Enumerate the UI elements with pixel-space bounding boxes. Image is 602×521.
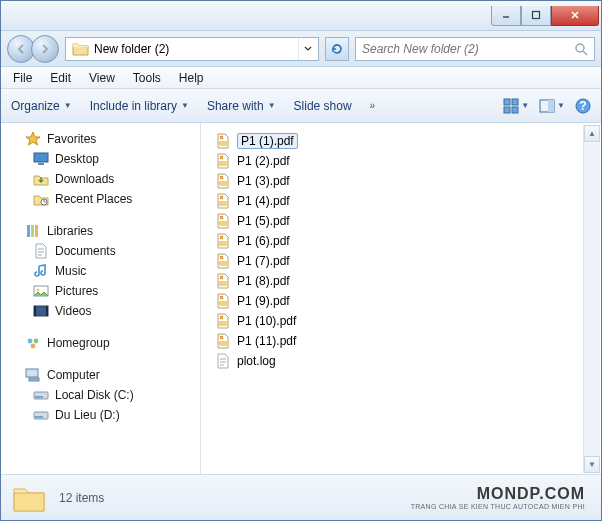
file-list[interactable]: P1 (1).pdfP1 (2).pdfP1 (3).pdfP1 (4).pdf… (201, 123, 601, 474)
sidebar-item-videos[interactable]: Videos (5, 301, 200, 321)
menu-edit[interactable]: Edit (42, 69, 79, 87)
overflow-icon[interactable]: » (370, 100, 376, 111)
view-options-button[interactable]: ▼ (503, 98, 529, 114)
svg-rect-35 (219, 201, 227, 206)
address-text: New folder (2) (94, 42, 298, 56)
sidebar-item-documents[interactable]: Documents (5, 241, 200, 261)
close-button[interactable] (551, 6, 599, 26)
refresh-button[interactable] (325, 37, 349, 61)
status-text: 12 items (59, 491, 104, 505)
svg-line-3 (583, 51, 587, 55)
explorer-window: New folder (2) File Edit View Tools Help (0, 0, 602, 521)
forward-button[interactable] (31, 35, 59, 63)
svg-rect-33 (219, 161, 227, 166)
maximize-button[interactable] (521, 6, 551, 26)
videos-icon (33, 303, 49, 319)
svg-rect-42 (219, 341, 227, 346)
menu-help[interactable]: Help (171, 69, 212, 87)
menu-bar: File Edit View Tools Help (1, 67, 601, 89)
preview-pane-button[interactable]: ▼ (539, 98, 565, 114)
slide-show-button[interactable]: Slide show (294, 99, 352, 113)
scroll-down-button[interactable]: ▼ (584, 456, 600, 473)
preview-pane-icon (539, 98, 555, 114)
chevron-down-icon: ▼ (521, 101, 529, 110)
svg-rect-9 (548, 100, 554, 112)
file-item[interactable]: P1 (1).pdf (213, 131, 589, 151)
sidebar-item-downloads[interactable]: Downloads (5, 169, 200, 189)
scroll-up-button[interactable]: ▲ (584, 125, 600, 142)
file-item[interactable]: P1 (10).pdf (213, 311, 589, 331)
disk-icon (33, 387, 49, 403)
svg-rect-37 (219, 241, 227, 246)
scroll-track[interactable] (584, 142, 600, 456)
vertical-scrollbar[interactable]: ▲ ▼ (583, 125, 600, 473)
chevron-down-icon: ▼ (557, 101, 565, 110)
recent-icon (33, 191, 49, 207)
sidebar-favorites[interactable]: Favorites (5, 129, 200, 149)
share-with-button[interactable]: Share with▼ (207, 99, 276, 113)
sidebar-homegroup[interactable]: Homegroup (5, 333, 200, 353)
sidebar-item-desktop[interactable]: Desktop (5, 149, 200, 169)
computer-icon (25, 367, 41, 383)
file-item[interactable]: P1 (6).pdf (213, 231, 589, 251)
file-item[interactable]: P1 (11).pdf (213, 331, 589, 351)
navigation-pane: Favorites Desktop Downloads Recent Place… (1, 123, 201, 474)
pictures-icon (33, 283, 49, 299)
svg-rect-15 (27, 225, 30, 237)
chevron-down-icon (304, 45, 312, 53)
search-input[interactable] (362, 42, 574, 56)
disk-icon (33, 407, 49, 423)
svg-point-25 (31, 344, 36, 349)
file-item[interactable]: P1 (4).pdf (213, 191, 589, 211)
file-name: P1 (11).pdf (237, 334, 296, 348)
file-item[interactable]: P1 (8).pdf (213, 271, 589, 291)
title-bar (1, 1, 601, 31)
svg-rect-29 (35, 396, 43, 398)
file-name: P1 (7).pdf (237, 254, 290, 268)
sidebar-item-recent[interactable]: Recent Places (5, 189, 200, 209)
desktop-icon (33, 151, 49, 167)
svg-rect-21 (34, 306, 36, 316)
sidebar-item-music[interactable]: Music (5, 261, 200, 281)
libraries-icon (25, 223, 41, 239)
file-name: P1 (5).pdf (237, 214, 290, 228)
file-item[interactable]: plot.log (213, 351, 589, 371)
sidebar-libraries[interactable]: Libraries (5, 221, 200, 241)
watermark: MONDP.COM TRANG CHIA SE KIEN THUC AUTOCA… (411, 485, 585, 510)
svg-rect-6 (504, 107, 510, 113)
file-item[interactable]: P1 (5).pdf (213, 211, 589, 231)
file-name: P1 (4).pdf (237, 194, 290, 208)
svg-point-19 (37, 289, 40, 292)
svg-rect-31 (35, 416, 43, 418)
sidebar-item-pictures[interactable]: Pictures (5, 281, 200, 301)
svg-point-2 (576, 44, 584, 52)
svg-rect-12 (34, 153, 48, 162)
help-icon[interactable]: ? (575, 98, 591, 114)
svg-rect-36 (219, 221, 227, 226)
menu-tools[interactable]: Tools (125, 69, 169, 87)
svg-rect-17 (35, 225, 38, 237)
homegroup-icon (25, 335, 41, 351)
sidebar-computer[interactable]: Computer (5, 365, 200, 385)
search-box[interactable] (355, 37, 595, 61)
address-dropdown[interactable] (298, 38, 316, 60)
file-item[interactable]: P1 (9).pdf (213, 291, 589, 311)
music-icon (33, 263, 49, 279)
file-item[interactable]: P1 (3).pdf (213, 171, 589, 191)
organize-button[interactable]: Organize▼ (11, 99, 72, 113)
downloads-icon (33, 171, 49, 187)
svg-point-24 (34, 339, 39, 344)
file-item[interactable]: P1 (7).pdf (213, 251, 589, 271)
menu-view[interactable]: View (81, 69, 123, 87)
file-name: P1 (6).pdf (237, 234, 290, 248)
sidebar-item-disk-d[interactable]: Du Lieu (D:) (5, 405, 200, 425)
include-in-library-button[interactable]: Include in library▼ (90, 99, 189, 113)
sidebar-item-disk-c[interactable]: Local Disk (C:) (5, 385, 200, 405)
minimize-button[interactable] (491, 6, 521, 26)
documents-icon (33, 243, 49, 259)
file-item[interactable]: P1 (2).pdf (213, 151, 589, 171)
address-bar[interactable]: New folder (2) (65, 37, 319, 61)
folder-icon (72, 40, 90, 58)
menu-file[interactable]: File (5, 69, 40, 87)
address-row: New folder (2) (1, 31, 601, 67)
